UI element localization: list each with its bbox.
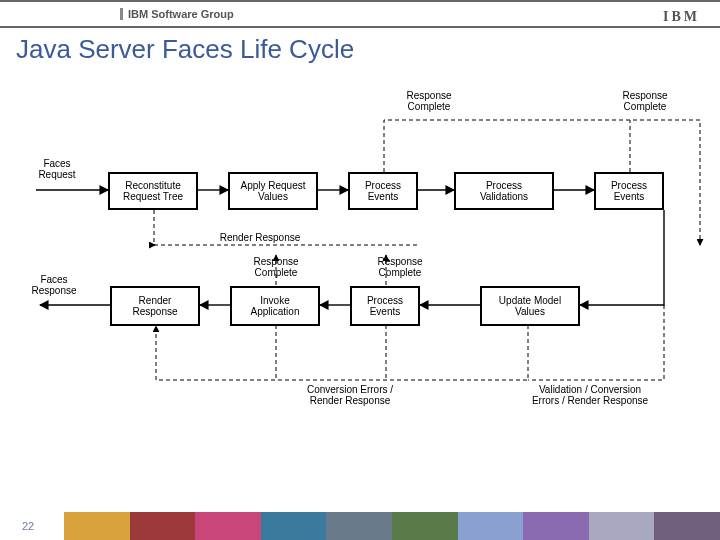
box-invoke-application: InvokeApplication	[230, 286, 320, 326]
header-group-text: IBM Software Group	[128, 8, 234, 20]
header-bar-container: IBM Software Group IBM	[0, 0, 720, 28]
box-process-events-top2: ProcessEvents	[594, 172, 664, 210]
label-conversion-errors: Conversion Errors /Render Response	[280, 384, 420, 406]
footer-color-strip	[64, 512, 720, 540]
label-render-response-mid: Render Response	[200, 232, 320, 243]
page-title: Java Server Faces Life Cycle	[0, 28, 720, 65]
label-faces-request: FacesRequest	[30, 158, 84, 180]
label-response-complete-4: ResponseComplete	[360, 256, 440, 278]
label-validation-conversion-errors: Validation / ConversionErrors / Render R…	[500, 384, 680, 406]
header-accent-bar	[120, 8, 123, 20]
box-process-events-bottom: ProcessEvents	[350, 286, 420, 326]
label-response-complete-2: ResponseComplete	[610, 90, 680, 112]
box-reconstitute-request-tree: ReconstituteRequest Tree	[108, 172, 198, 210]
ibm-logo: IBM	[663, 9, 700, 25]
label-faces-response: FacesResponse	[24, 274, 84, 296]
diagram-arrows	[0, 80, 720, 480]
box-render-response: RenderResponse	[110, 286, 200, 326]
label-response-complete-3: ResponseComplete	[236, 256, 316, 278]
page-number: 22	[22, 520, 34, 532]
box-process-events-top: ProcessEvents	[348, 172, 418, 210]
lifecycle-diagram: FacesRequest FacesResponse ReconstituteR…	[0, 80, 720, 480]
label-response-complete-1: ResponseComplete	[394, 90, 464, 112]
box-process-validations: ProcessValidations	[454, 172, 554, 210]
footer: 22	[0, 508, 720, 540]
box-update-model-values: Update ModelValues	[480, 286, 580, 326]
box-apply-request-values: Apply RequestValues	[228, 172, 318, 210]
